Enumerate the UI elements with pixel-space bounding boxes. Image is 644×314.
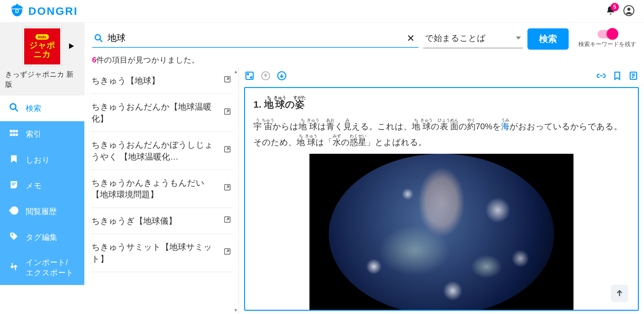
open-in-new-icon[interactable] bbox=[223, 183, 232, 194]
note-icon[interactable] bbox=[629, 71, 638, 82]
account-button[interactable] bbox=[623, 5, 634, 17]
svg-line-5 bbox=[15, 108, 18, 111]
nav-tag[interactable]: タグ編集 bbox=[0, 224, 84, 250]
grid-icon bbox=[9, 128, 19, 140]
search-field[interactable]: ✕ bbox=[92, 31, 419, 48]
tag-icon bbox=[9, 231, 19, 243]
nav-bookmark[interactable]: しおり bbox=[0, 147, 84, 173]
app-name: DONGRI bbox=[28, 5, 78, 17]
article-paragraph: 宇う宙ちゅうからは地ち球きゅうは青あおく見みえる。これは、地ち球きゅうの表ひょう… bbox=[253, 118, 630, 151]
detail-pane: 1. 地ち球きゅうの姿すがた 宇う宙ちゅうからは地ち球きゅうは青あおく見みえる。… bbox=[239, 68, 644, 314]
search-bar: ✕ で始まることば 検索 検索キーワードを残す bbox=[84, 23, 644, 50]
svg-point-26 bbox=[251, 77, 252, 78]
svg-rect-0 bbox=[16, 4, 18, 5]
result-item[interactable]: ちきゅうかんきょうもんだい【地球環境問題】 bbox=[90, 170, 233, 208]
search-button[interactable]: 検索 bbox=[527, 28, 569, 50]
sidebar: kids ジャポ ニカ きっずジャポニカ 新版 検索索引しおりメモ閲覧履歴タグ編… bbox=[0, 23, 84, 314]
svg-point-15 bbox=[12, 234, 13, 235]
result-item[interactable]: ちきゅうおんだんかぼうしじょうやく 【地球温暖化… bbox=[90, 132, 233, 170]
svg-rect-6 bbox=[10, 130, 13, 132]
search-icon bbox=[9, 103, 19, 114]
app-logo[interactable]: D DONGRI bbox=[10, 3, 78, 19]
nav-history[interactable]: 閲覧履歴 bbox=[0, 199, 84, 224]
svg-rect-24 bbox=[246, 72, 253, 79]
result-item[interactable]: ちきゅう【地球】 bbox=[90, 68, 233, 94]
keep-keyword-toggle[interactable] bbox=[598, 30, 617, 38]
open-in-new-icon[interactable] bbox=[223, 75, 232, 86]
nav-down-icon[interactable] bbox=[277, 71, 287, 82]
svg-point-3 bbox=[627, 7, 630, 11]
open-in-new-icon[interactable] bbox=[223, 145, 232, 156]
transfer-icon bbox=[9, 262, 19, 273]
nav-transfer[interactable]: インポート/ エクスポート bbox=[0, 250, 84, 285]
history-icon bbox=[9, 206, 19, 217]
note-icon bbox=[9, 180, 19, 191]
scroll-down-icon[interactable]: ▼ bbox=[233, 308, 238, 313]
cross-link[interactable]: 海うみ bbox=[501, 122, 509, 131]
nav-menu: 検索索引しおりメモ閲覧履歴タグ編集インポート/ エクスポート bbox=[0, 95, 84, 285]
svg-rect-11 bbox=[15, 133, 18, 136]
nav-up-icon[interactable] bbox=[261, 71, 270, 82]
open-in-new-icon[interactable] bbox=[223, 107, 232, 119]
scroll-up-icon[interactable]: ▲ bbox=[233, 69, 238, 74]
dictionary-selector[interactable]: kids ジャポ ニカ きっずジャポニカ 新版 bbox=[0, 23, 84, 95]
svg-point-16 bbox=[95, 35, 100, 40]
chevron-down-icon bbox=[516, 35, 521, 41]
app-header: D DONGRI 5 bbox=[0, 0, 644, 23]
svg-rect-13 bbox=[12, 184, 15, 185]
notifications-button[interactable]: 5 bbox=[605, 5, 616, 17]
result-item[interactable]: ちきゅうおんだんか【地球温暖化】 bbox=[90, 94, 233, 132]
play-icon[interactable] bbox=[67, 42, 75, 52]
article-heading: 1. 地ち球きゅうの姿すがた bbox=[253, 95, 630, 113]
article-body[interactable]: 1. 地ち球きゅうの姿すがた 宇う宙ちゅうからは地ち球きゅうは青あおく見みえる。… bbox=[244, 87, 639, 311]
results-list: ▲ ▼ ちきゅう【地球】ちきゅうおんだんか【地球温暖化】ちきゅうおんだんかぼうし… bbox=[84, 68, 239, 314]
fullscreen-icon[interactable] bbox=[245, 71, 254, 82]
result-item[interactable]: ちきゅうサミット【地球サミット】 bbox=[90, 234, 233, 272]
nav-search[interactable]: 検索 bbox=[0, 95, 84, 121]
bookmark-icon bbox=[9, 154, 19, 166]
nav-grid[interactable]: 索引 bbox=[0, 121, 84, 147]
scroll-top-button[interactable] bbox=[611, 285, 628, 302]
search-icon bbox=[94, 34, 103, 43]
dictionary-thumbnail: kids ジャポ ニカ bbox=[23, 27, 62, 66]
svg-rect-8 bbox=[15, 130, 18, 132]
svg-rect-7 bbox=[13, 130, 15, 132]
svg-point-4 bbox=[10, 103, 16, 109]
svg-line-17 bbox=[100, 39, 102, 42]
article-image bbox=[309, 154, 573, 311]
open-in-new-icon[interactable] bbox=[223, 247, 232, 259]
toggle-label: 検索キーワードを残す bbox=[578, 40, 636, 48]
result-item[interactable]: ちきゅうぎ【地球儀】 bbox=[90, 208, 233, 234]
result-count: 6件の項目が見つかりました。 bbox=[84, 50, 644, 68]
nav-note[interactable]: メモ bbox=[0, 173, 84, 199]
notification-badge: 5 bbox=[611, 3, 619, 11]
acorn-icon: D bbox=[10, 3, 24, 19]
svg-text:D: D bbox=[15, 8, 19, 14]
link-icon[interactable] bbox=[596, 71, 606, 82]
bookmark-icon[interactable] bbox=[612, 71, 622, 82]
svg-point-25 bbox=[247, 74, 249, 75]
svg-rect-10 bbox=[13, 133, 15, 136]
search-input[interactable] bbox=[108, 33, 405, 43]
svg-rect-12 bbox=[12, 182, 16, 183]
detail-toolbar bbox=[239, 68, 644, 85]
svg-rect-9 bbox=[10, 133, 13, 136]
open-in-new-icon[interactable] bbox=[223, 215, 232, 227]
dictionary-name: きっずジャポニカ 新版 bbox=[3, 70, 81, 90]
clear-icon[interactable]: ✕ bbox=[405, 33, 417, 44]
match-mode-select[interactable]: で始まることば bbox=[423, 30, 523, 48]
